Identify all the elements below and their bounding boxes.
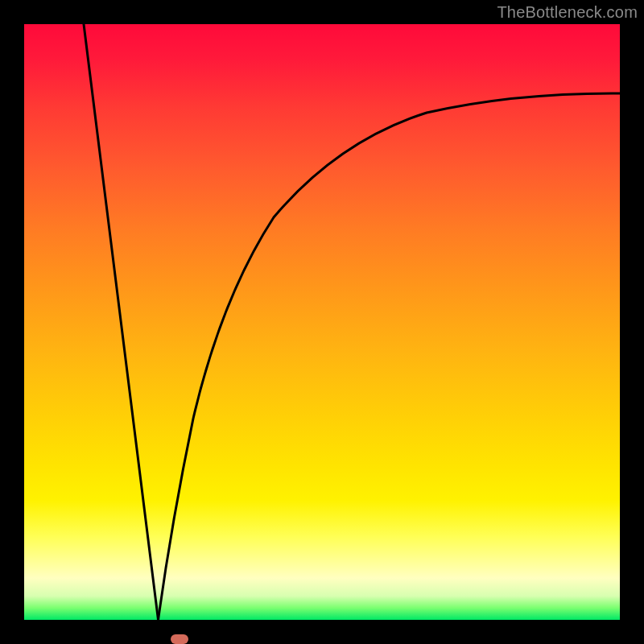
curve-right-branch	[159, 93, 621, 620]
vertex-marker	[171, 634, 188, 644]
curve-left-branch	[84, 24, 159, 620]
watermark-text: TheBottleneck.com	[497, 3, 638, 22]
bottleneck-curve	[24, 24, 620, 620]
chart-frame: TheBottleneck.com	[0, 0, 644, 644]
plot-area	[24, 24, 620, 620]
